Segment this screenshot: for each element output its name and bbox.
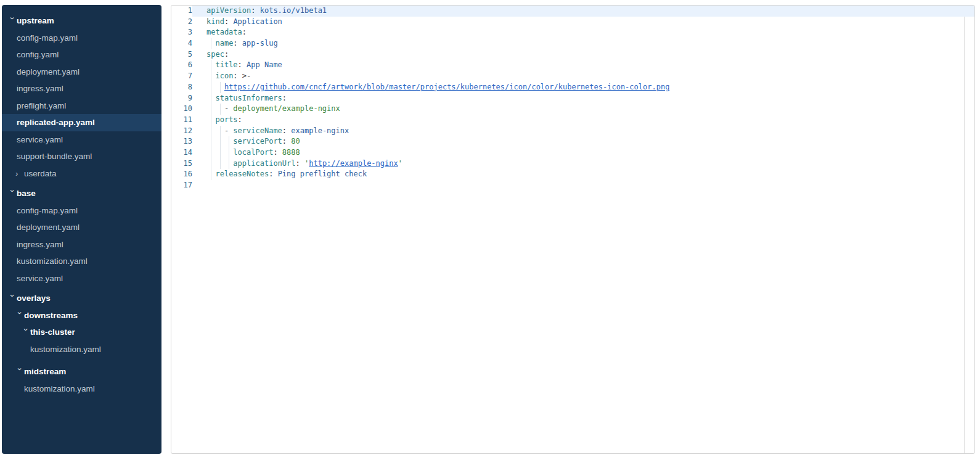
code-token: releaseNotes: [215, 170, 269, 178]
chevron-down-icon[interactable]: ›: [22, 329, 30, 337]
code-line-content[interactable]: statusInformers:: [192, 93, 974, 104]
code-line-content[interactable]: [192, 180, 974, 191]
tree-item-label: overlays: [17, 294, 51, 303]
url-link[interactable]: http://example-nginx: [309, 159, 398, 168]
code-line-content[interactable]: apiVersion: kots.io/v1beta1: [192, 6, 974, 17]
tree-item-label: userdata: [24, 169, 57, 178]
tree-item-replicated-app-yaml[interactable]: replicated-app.yaml: [2, 114, 161, 131]
line-number: 12: [171, 126, 192, 137]
tree-item-kustomization-yaml[interactable]: kustomization.yaml: [2, 380, 161, 398]
chevron-down-icon[interactable]: ›: [9, 17, 17, 26]
tree-item-ingress-yaml[interactable]: ingress.yaml: [2, 236, 161, 253]
code-token: :: [282, 94, 287, 102]
tree-item-ingress-yaml[interactable]: ingress.yaml: [2, 80, 161, 97]
tree-item-label: config-map.yaml: [17, 33, 78, 43]
tree-item-upstream[interactable]: ›upstream: [2, 12, 161, 30]
tree-item-deployment-yaml[interactable]: deployment.yaml: [2, 219, 161, 236]
tree-item-preflight-yaml[interactable]: preflight.yaml: [2, 97, 161, 115]
code-line-content[interactable]: https://github.com/cncf/artwork/blob/mas…: [192, 82, 974, 93]
indent-guide: [211, 60, 211, 71]
code-line-12[interactable]: 12 - serviceName: example-nginx: [171, 126, 974, 137]
code-line-13[interactable]: 13 servicePort: 80: [171, 136, 974, 147]
code-line-15[interactable]: 15 applicationUrl: 'http://example-nginx…: [171, 158, 974, 170]
code-token: Ping preflight check: [278, 170, 367, 178]
code-line-2[interactable]: 2kind: Application: [171, 17, 974, 28]
code-line-content[interactable]: - deployment/example-nginx: [192, 104, 974, 115]
code-line-10[interactable]: 10 - deployment/example-nginx: [171, 104, 974, 115]
code-token: [242, 60, 247, 69]
chevron-down-icon[interactable]: ›: [16, 368, 24, 377]
code-token: serviceName: [233, 126, 282, 135]
code-token: localPort: [233, 148, 273, 157]
tree-item-kustomization-yaml[interactable]: kustomization.yaml: [2, 253, 161, 270]
code-line-1[interactable]: 1apiVersion: kots.io/v1beta1: [171, 6, 974, 17]
indent-guide: [211, 82, 211, 93]
tree-item-support-bundle-yaml[interactable]: support-bundle.yaml: [2, 148, 161, 165]
code-line-17[interactable]: 17: [171, 180, 974, 191]
code-token: statusInformers: [215, 94, 282, 102]
tree-item-deployment-yaml[interactable]: deployment.yaml: [2, 64, 161, 81]
code-line-14[interactable]: 14 localPort: 8888: [171, 147, 974, 158]
code-token: Application: [233, 17, 282, 26]
chevron-right-icon[interactable]: ›: [15, 170, 24, 178]
code-line-11[interactable]: 11 ports:: [171, 115, 974, 126]
code-line-4[interactable]: 4 name: app-slug: [171, 38, 974, 49]
tree-item-label: ingress.yaml: [17, 84, 63, 93]
code-line-content[interactable]: metadata:: [192, 27, 974, 38]
code-line-5[interactable]: 5spec:: [171, 49, 974, 60]
chevron-down-icon[interactable]: ›: [16, 311, 24, 320]
code-line-content[interactable]: kind: Application: [192, 17, 974, 28]
tree-item-label: service.yaml: [17, 274, 63, 283]
tree-item-config-yaml[interactable]: config.yaml: [2, 46, 161, 64]
tree-item-label: service.yaml: [17, 135, 63, 144]
line-number: 14: [171, 147, 192, 158]
code-line-content[interactable]: spec:: [192, 49, 974, 60]
code-line-content[interactable]: ports:: [192, 115, 974, 126]
tree-item-downstreams[interactable]: ›downstreams: [2, 307, 161, 324]
code-line-content[interactable]: name: app-slug: [192, 38, 974, 49]
tree-item-config-map-yaml[interactable]: config-map.yaml: [2, 30, 161, 47]
code-line-content[interactable]: title: App Name: [192, 60, 974, 71]
chevron-down-icon[interactable]: ›: [9, 295, 17, 303]
tree-item-config-map-yaml[interactable]: config-map.yaml: [2, 202, 161, 220]
tree-item-label: config-map.yaml: [17, 206, 78, 215]
code-line-3[interactable]: 3metadata:: [171, 27, 974, 38]
code-editor[interactable]: 1apiVersion: kots.io/v1beta12kind: Appli…: [171, 5, 975, 454]
tree-item-base[interactable]: ›base: [2, 185, 161, 202]
code-line-7[interactable]: 7 icon: >-: [171, 71, 974, 82]
tree-item-kustomization-yaml[interactable]: kustomization.yaml: [2, 341, 161, 358]
code-line-6[interactable]: 6 title: App Name: [171, 60, 974, 71]
indent-guide: [220, 136, 221, 147]
code-token: spec: [206, 50, 224, 59]
line-number: 7: [171, 71, 192, 82]
code-line-content[interactable]: icon: >-: [192, 71, 974, 82]
code-line-content[interactable]: servicePort: 80: [192, 136, 974, 147]
file-tree-sidebar: ›upstreamconfig-map.yamlconfig.yamldeplo…: [2, 5, 161, 454]
code-token: metadata: [206, 28, 242, 36]
tree-item-service-yaml[interactable]: service.yaml: [2, 270, 161, 287]
tree-item-label: downstreams: [24, 311, 78, 320]
tree-item-service-yaml[interactable]: service.yaml: [2, 131, 161, 149]
url-link[interactable]: https://github.com/cncf/artwork/blob/mas…: [224, 83, 669, 91]
tree-item-userdata[interactable]: ›userdata: [2, 165, 161, 183]
code-line-16[interactable]: 16 releaseNotes: Ping preflight check: [171, 169, 974, 180]
tree-item-label: base: [17, 189, 36, 198]
tree-item-overlays[interactable]: ›overlays: [2, 290, 161, 307]
code-line-8[interactable]: 8 https://github.com/cncf/artwork/blob/m…: [171, 82, 974, 93]
tree-item-label: kustomization.yaml: [24, 384, 95, 393]
code-token: -: [224, 126, 233, 135]
tree-item-label: support-bundle.yaml: [17, 152, 92, 161]
chevron-down-icon[interactable]: ›: [9, 190, 17, 199]
tree-item-midstream[interactable]: ›midstream: [2, 363, 161, 380]
code-line-content[interactable]: localPort: 8888: [192, 147, 974, 158]
tree-item-this-cluster[interactable]: ›this-cluster: [2, 324, 161, 341]
code-line-content[interactable]: - serviceName: example-nginx: [192, 126, 974, 137]
code-line-9[interactable]: 9 statusInformers:: [171, 93, 974, 104]
tree-item-label: this-cluster: [30, 327, 75, 337]
indent-guide: [220, 104, 221, 115]
indent-guide: [211, 136, 211, 147]
tree-item-label: config.yaml: [17, 50, 59, 59]
code-line-content[interactable]: applicationUrl: 'http://example-nginx': [192, 158, 974, 170]
code-line-content[interactable]: releaseNotes: Ping preflight check: [192, 169, 974, 180]
code-token: [300, 159, 304, 168]
